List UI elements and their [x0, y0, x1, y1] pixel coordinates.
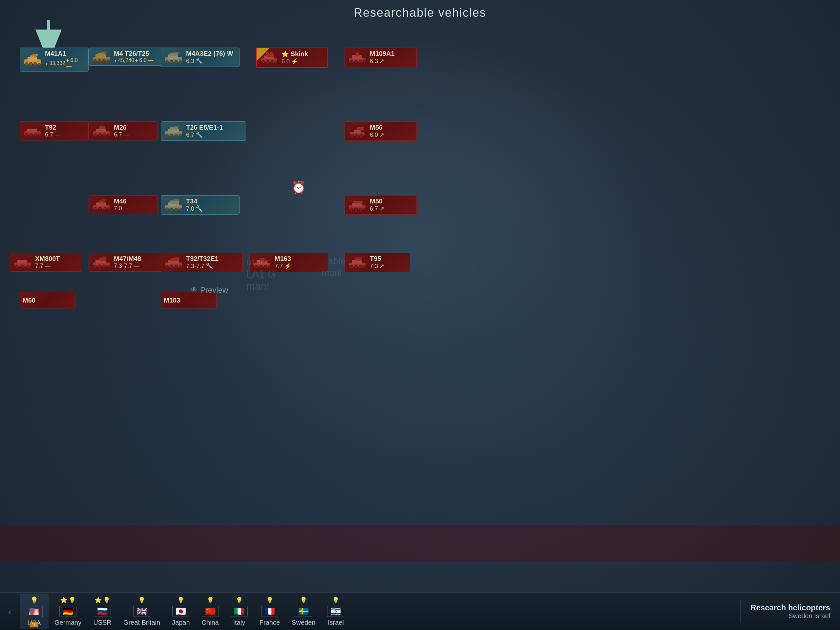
nation-item-japan[interactable]: 💡 🇯🇵 Japan [166, 594, 196, 629]
vehicle-card-t92[interactable]: T92 6.7 — [20, 122, 88, 141]
vehicle-card-m4a3e2[interactable]: M4A3E2 (76) W 6.3 🔧 [161, 47, 240, 67]
vehicle-card-t26e5[interactable]: T26 E5/E1-1 6.7 🔧 [161, 122, 246, 141]
card-info-t32t32e1: T32/T32E1 7.3-7.7 🔧 [186, 255, 218, 270]
vehicle-card-xm800t[interactable]: XM800T 7.7 — [10, 253, 82, 272]
svg-point-38 [107, 60, 110, 62]
svg-point-45 [175, 60, 178, 63]
card-info-m109a1: M109A1 6.3 ↗ [370, 50, 395, 65]
svg-rect-144 [355, 258, 361, 261]
tank-image-t92 [23, 124, 42, 137]
card-info-m4a3e2: M4A3E2 (76) W 6.3 🔧 [186, 50, 233, 65]
svg-point-102 [165, 208, 169, 211]
ussr-star-icon: ⭐ [95, 597, 102, 604]
card-br-skink: 6.0 ⚡ [281, 58, 308, 65]
svg-point-123 [98, 265, 101, 268]
vehicle-card-skink[interactable]: ⭐ Skink 6.0 ⚡ [256, 47, 328, 68]
svg-point-146 [350, 265, 353, 268]
nation-item-gb[interactable]: 💡 🇬🇧 Great Britain [117, 594, 166, 629]
card-name-m109a1: M109A1 [370, 50, 395, 57]
svg-rect-93 [101, 199, 107, 201]
svg-point-111 [359, 208, 362, 211]
card-name-m50: M50 [370, 197, 384, 205]
vehicle-card-m109a1[interactable]: M109A1 6.3 ↗ [344, 47, 417, 67]
card-info-m56: M56 6.0 ↗ [370, 124, 384, 139]
nation-item-israel[interactable]: 💡 🇮🇱 Israel [321, 594, 350, 629]
usa-count-badge: 10 [30, 622, 38, 627]
vehicle-card-m163[interactable]: M163 7.7 ⚡ [249, 253, 328, 272]
svg-rect-145 [357, 257, 362, 259]
page-title: Researchable vehicles [0, 0, 840, 20]
svg-rect-34 [101, 52, 107, 53]
preview-button[interactable]: 👁 Preview [190, 286, 228, 295]
card-br-t92: 6.7 — [45, 131, 60, 138]
card-cost-m4t26t25: ⬥ 45,240 ♦ 6.0 — [114, 57, 153, 63]
vehicle-card-t32t32e1[interactable]: T32/T32E1 7.3-7.7 🔧 [161, 253, 243, 272]
card-name-m103: M103 [164, 297, 180, 304]
svg-point-28 [29, 62, 33, 66]
svg-point-96 [103, 207, 106, 211]
svg-rect-92 [99, 201, 105, 203]
gb-light-icon: 💡 [138, 597, 145, 604]
svg-point-88 [355, 134, 358, 137]
tank-icon-m50 [347, 199, 367, 211]
vehicle-card-m47m48[interactable]: M47/M48 7.3-7.7 — [88, 253, 167, 272]
svg-point-68 [38, 134, 41, 136]
tank-image-t32t32e1 [164, 256, 183, 269]
ussr-label: USSR [93, 619, 112, 626]
vehicle-card-m46[interactable]: M46 7.0 — [88, 195, 158, 214]
tank-image-m41a1 [23, 53, 42, 66]
svg-rect-25 [30, 55, 36, 58]
tank-image-m26 [92, 124, 111, 137]
vehicle-card-m26[interactable]: M26 6.7 — [88, 122, 158, 141]
vehicle-card-t95[interactable]: T95 7.3 ↗ [344, 253, 410, 272]
svg-point-131 [170, 265, 173, 268]
card-br-m163: 7.7 ⚡ [275, 262, 291, 270]
vehicle-card-m4t26t25[interactable]: M4 T26/T25 ⬥ 45,240 ♦ 6.0 — [88, 47, 167, 66]
svg-rect-64 [27, 129, 37, 132]
card-name-m41a1: M41A1 [45, 50, 84, 57]
card-name-m60: M60 [23, 297, 35, 304]
tank-image-m47m48 [92, 256, 111, 269]
svg-rect-86 [357, 127, 364, 130]
nation-item-china[interactable]: 💡 🇨🇳 China [196, 594, 225, 629]
vehicle-card-m60-partial[interactable]: M60 [20, 292, 76, 308]
svg-point-62 [363, 60, 366, 63]
card-br-t34: 7.0 🔧 [186, 205, 203, 212]
nav-arrow-left[interactable]: ‹ [0, 593, 20, 630]
card-name-t26e5: T26 E5/E1-1 [186, 124, 223, 131]
france-light-icon: 💡 [266, 597, 273, 604]
card-info-m163: M163 7.7 ⚡ [275, 255, 291, 270]
svg-point-43 [165, 60, 169, 63]
tank-icon-m46 [92, 199, 111, 211]
card-name-skink: ⭐ Skink [281, 50, 308, 58]
svg-point-66 [30, 134, 33, 137]
svg-point-140 [264, 265, 267, 268]
card-info-m4t26t25: M4 T26/T25 ⬥ 45,240 ♦ 6.0 — [114, 50, 153, 63]
nation-item-sweden[interactable]: 💡 🇸🇪 Sweden [286, 594, 321, 629]
svg-rect-128 [171, 258, 179, 261]
card-name-m4a3e2: M4A3E2 (76) W [186, 50, 233, 57]
card-info-t26e5: T26 E5/E1-1 6.7 🔧 [186, 124, 223, 139]
nation-item-ussr[interactable]: ⭐ 💡 🇷🇺 USSR [87, 594, 117, 629]
vehicle-card-t34[interactable]: T34 7.0 🔧 [161, 195, 240, 215]
svg-point-95 [98, 207, 102, 211]
sweden-label: Sweden [292, 619, 315, 626]
svg-point-80 [165, 134, 169, 137]
nation-item-italy[interactable]: 💡 🇮🇹 Italy [225, 594, 254, 629]
svg-point-73 [98, 134, 102, 137]
vehicle-card-m56[interactable]: M56 6.0 ↗ [344, 122, 417, 141]
tank-icon-m4a3e2 [164, 51, 183, 64]
card-br-m46: 7.0 — [114, 205, 129, 212]
card-info-m47m48: M47/M48 7.3-7.7 — [114, 255, 141, 269]
card-info-m60: M60 [23, 297, 35, 304]
nation-item-germany[interactable]: ⭐ 💡 🇩🇪 Germany [49, 594, 87, 629]
gb-flag: 🇬🇧 [133, 606, 150, 617]
vehicle-card-m41a1[interactable]: M41A1 ⬥ 33,332 ♦ 6.0 — [20, 47, 88, 71]
svg-rect-120 [99, 257, 106, 261]
svg-point-139 [259, 265, 262, 268]
svg-point-65 [25, 134, 28, 137]
vehicle-card-m50[interactable]: M50 6.7 ↗ [344, 195, 417, 215]
nation-item-france[interactable]: 💡 🇫🇷 France [254, 594, 286, 629]
nation-item-usa[interactable]: 💡 🇺🇸 USA 10 [20, 594, 49, 629]
card-name-m56: M56 [370, 124, 384, 131]
